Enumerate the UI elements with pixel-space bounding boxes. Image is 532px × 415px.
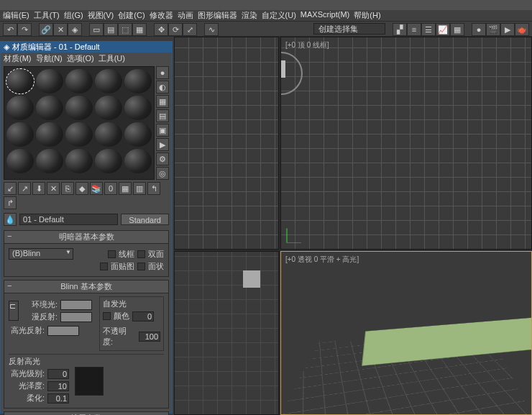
rollout-blinn-basic[interactable]: Blinn 基本参数 — [4, 280, 169, 293]
sample-slot[interactable] — [65, 149, 93, 173]
get-material-button[interactable]: ↙ — [4, 182, 17, 195]
diffuse-swatch[interactable] — [60, 312, 92, 322]
menu-graph[interactable]: 图形编辑器 — [198, 10, 237, 21]
ambient-swatch[interactable] — [60, 300, 92, 310]
viewport-top-right[interactable]: [+0 顶 0 线框] — [280, 37, 532, 250]
sample-slot[interactable] — [36, 149, 63, 173]
render-frame-button[interactable]: ▶ — [500, 23, 515, 36]
self-illum-spinner[interactable]: 0 — [132, 311, 154, 321]
sample-slot[interactable] — [124, 122, 152, 147]
options-button[interactable]: ⚙ — [156, 152, 169, 165]
menu-custom[interactable]: 自定义(U) — [262, 10, 296, 21]
faceted-checkbox[interactable] — [137, 263, 145, 270]
mat-menu-navigate[interactable]: 导航(N) — [36, 53, 63, 63]
put-to-lib-button[interactable]: 📚 — [90, 182, 103, 195]
sample-slot[interactable] — [65, 96, 93, 120]
sample-slot[interactable] — [95, 149, 122, 173]
background-button[interactable]: ▦ — [156, 95, 169, 108]
mirror-button[interactable]: ▞ — [393, 23, 407, 36]
mat-menu-tools[interactable]: 工具(U) — [98, 53, 125, 63]
material-sample-slots[interactable] — [4, 66, 155, 180]
move-button[interactable]: ✥ — [154, 23, 168, 36]
select-name-button[interactable]: ▤ — [104, 23, 118, 36]
quick-render-button[interactable]: 🫖 — [515, 23, 529, 36]
put-to-scene-button[interactable]: ↗ — [18, 182, 31, 195]
select-button[interactable]: ▭ — [89, 23, 104, 36]
menu-render[interactable]: 渲染 — [242, 10, 257, 21]
specular-swatch[interactable] — [47, 326, 79, 336]
select-rect-button[interactable]: ⬚ — [118, 23, 132, 36]
rollout-extended[interactable]: 扩展参数 — [4, 411, 169, 415]
sample-slot[interactable] — [36, 122, 63, 147]
video-check-button[interactable]: ▣ — [156, 124, 169, 137]
bind-button[interactable]: ◈ — [68, 23, 82, 36]
sample-slot[interactable] — [95, 69, 122, 94]
align-button[interactable]: ≡ — [407, 23, 421, 36]
material-editor-button[interactable]: ● — [472, 23, 486, 36]
sample-slot[interactable] — [36, 96, 63, 120]
layers-button[interactable]: ☰ — [421, 23, 436, 36]
copy-button[interactable]: ⎘ — [61, 182, 74, 195]
assign-button[interactable]: ⬇ — [32, 182, 45, 195]
two-sided-checkbox[interactable] — [137, 250, 145, 258]
sample-slot[interactable] — [6, 149, 34, 173]
link-button[interactable]: 🔗 — [39, 23, 53, 36]
menu-edit[interactable]: 编辑(E) — [3, 10, 29, 21]
menu-group[interactable]: 组(G) — [64, 10, 83, 21]
show-map-button[interactable]: ▦ — [119, 182, 132, 195]
sample-slot[interactable] — [124, 96, 152, 120]
material-type-button[interactable]: Standard — [121, 214, 169, 225]
mat-menu-material[interactable]: 材质(M) — [4, 53, 32, 63]
unlink-button[interactable]: ✕ — [53, 23, 68, 36]
viewport-top-left[interactable] — [174, 37, 279, 250]
sample-slot[interactable] — [95, 122, 122, 147]
menu-tools[interactable]: 工具(T) — [34, 10, 60, 21]
rotate-button[interactable]: ⟳ — [168, 23, 183, 36]
sample-slot[interactable] — [6, 122, 34, 147]
menu-create[interactable]: 创建(C) — [118, 10, 145, 21]
self-illum-checkbox[interactable] — [103, 312, 111, 320]
pick-material-button[interactable]: 💧 — [4, 213, 17, 226]
sample-slot[interactable] — [6, 96, 34, 120]
wire-checkbox[interactable] — [108, 250, 116, 258]
sample-type-button[interactable]: ● — [156, 66, 169, 79]
make-unique-button[interactable]: ◆ — [75, 182, 88, 195]
reset-button[interactable]: ✕ — [47, 182, 60, 195]
render-setup-button[interactable]: 🎬 — [486, 23, 500, 36]
lock-icon[interactable]: ⊏ — [9, 301, 19, 321]
curve-editor-button[interactable]: 📈 — [436, 23, 450, 36]
undo-button[interactable]: ↶ — [3, 23, 17, 36]
sample-slot[interactable] — [124, 149, 152, 173]
window-crossing-button[interactable]: ▦ — [132, 23, 147, 36]
shader-type-dropdown[interactable]: (B)Blinn — [9, 248, 73, 260]
spec-level-spinner[interactable]: 0 — [47, 369, 69, 379]
mat-menu-options[interactable]: 选项(O) — [67, 53, 94, 63]
show-end-button[interactable]: ▥ — [133, 182, 146, 195]
sample-slot[interactable] — [65, 69, 93, 94]
backlight-button[interactable]: ◐ — [156, 81, 169, 94]
sample-slot[interactable] — [124, 69, 152, 94]
rollout-shader-basic[interactable]: 明暗器基本参数 — [4, 230, 169, 244]
menu-modifiers[interactable]: 修改器 — [150, 10, 173, 21]
nav-parent-button[interactable]: ↰ — [147, 182, 160, 195]
material-name-field[interactable]: 01 - Default — [19, 214, 118, 225]
menu-maxscript[interactable]: MAXScript(M) — [301, 10, 349, 21]
menu-views[interactable]: 视图(V) — [88, 10, 114, 21]
preview-button[interactable]: ▶ — [156, 138, 169, 151]
sample-slot[interactable] — [65, 122, 93, 147]
sample-slot[interactable] — [95, 96, 122, 120]
select-by-mat-button[interactable]: ◎ — [156, 167, 169, 180]
face-map-checkbox[interactable] — [100, 263, 108, 270]
viewport-bottom-left[interactable] — [174, 251, 279, 415]
opacity-spinner[interactable]: 100 — [139, 332, 160, 342]
scale-button[interactable]: ⤢ — [183, 23, 197, 36]
snap-toggle-button[interactable]: ∿ — [204, 23, 219, 36]
gloss-spinner[interactable]: 10 — [47, 381, 69, 391]
material-editor-titlebar[interactable]: ◈ 材质编辑器 - 01 - Default — [1, 42, 172, 53]
menu-help[interactable]: 帮助(H) — [354, 10, 380, 21]
mat-id-button[interactable]: 0 — [104, 182, 117, 195]
viewport-perspective[interactable]: [+0 透视 0 平滑 + 高光] — [280, 251, 532, 415]
nav-sibling-button[interactable]: ↱ — [4, 196, 17, 209]
sample-slot[interactable] — [6, 69, 34, 94]
sample-slot[interactable] — [36, 69, 63, 94]
